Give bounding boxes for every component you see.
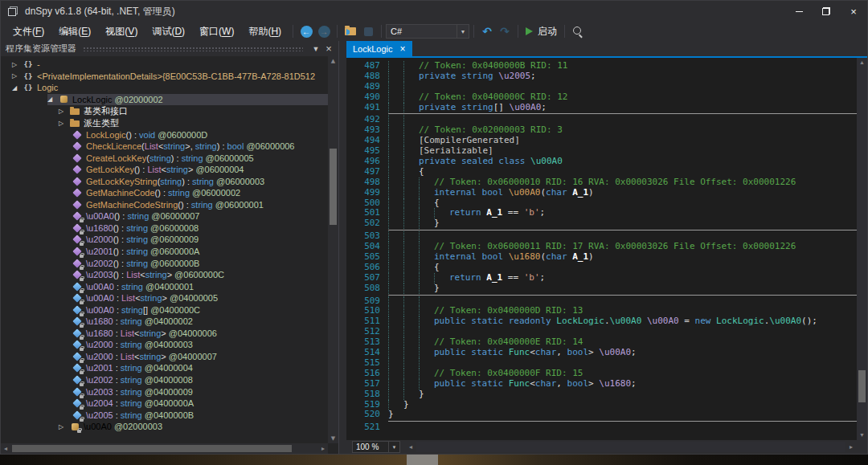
tree-item[interactable]: \u1680() : string @06000008 bbox=[1, 222, 328, 235]
zoom-level-control[interactable]: 100 % bbox=[352, 441, 389, 453]
code-line[interactable]: 488private string \u2005; bbox=[353, 71, 857, 82]
scroll-down-icon[interactable]: ▼ bbox=[857, 430, 867, 440]
panel-splitter[interactable] bbox=[339, 41, 346, 454]
scroll-right-icon[interactable]: ▸ bbox=[845, 443, 857, 451]
scroll-down-icon[interactable]: ▼ bbox=[328, 434, 338, 443]
tree-item[interactable]: ◢{}Logic bbox=[1, 82, 328, 94]
editor-vertical-scrollbar[interactable]: ▲ ▼ bbox=[857, 58, 867, 440]
code-line[interactable]: 501return A_1 == 'b'; bbox=[353, 208, 857, 218]
tree-item[interactable]: \u2000() : string @06000009 bbox=[1, 234, 328, 246]
expand-icon[interactable]: ▷ bbox=[59, 108, 69, 115]
restore-button[interactable] bbox=[813, 1, 840, 22]
code-line[interactable]: 506{ bbox=[353, 263, 857, 273]
code-line[interactable]: 515 bbox=[353, 358, 857, 369]
tree-item[interactable]: ▷{}- bbox=[1, 59, 328, 71]
collapse-icon[interactable]: ◢ bbox=[47, 96, 58, 103]
collapse-icon[interactable]: ◢ bbox=[12, 84, 23, 92]
code-line[interactable]: 491private string[] \u00A0; bbox=[353, 103, 857, 113]
scroll-right-icon[interactable]: ▸ bbox=[318, 445, 328, 452]
tree-item[interactable]: GetMachineCodeString() : string @0600000… bbox=[1, 199, 328, 211]
close-button[interactable]: × bbox=[840, 1, 867, 22]
tree-item[interactable]: \u2001() : string @0600000A bbox=[1, 246, 328, 258]
tree-item[interactable]: \u2001 : string @04000004 bbox=[1, 362, 328, 374]
code-line[interactable]: 509 bbox=[353, 296, 857, 307]
save-all-button[interactable] bbox=[359, 23, 377, 39]
code-line[interactable]: 505internal bool \u1680(char A_1) bbox=[353, 252, 857, 263]
tree-item[interactable]: CreateLockKey(string) : string @06000005 bbox=[1, 152, 328, 164]
code-line[interactable]: 519} bbox=[353, 400, 857, 410]
zoom-dropdown-icon[interactable]: ▼ bbox=[389, 441, 400, 453]
tree-item[interactable]: \u00A0() : string @06000007 bbox=[1, 210, 328, 222]
code-line[interactable]: 504// Token: 0x06000011 RID: 17 RVA: 0x0… bbox=[353, 242, 857, 252]
tree-item[interactable]: ▷基类和接口 bbox=[1, 105, 328, 117]
tree-item[interactable]: GetMachineCode() : string @06000002 bbox=[1, 187, 328, 199]
code-editor[interactable]: 487// Token: 0x0400000B RID: 11488privat… bbox=[346, 58, 867, 440]
tree-item[interactable]: GetLockKeyString(string) : string @06000… bbox=[1, 175, 328, 187]
menu-f[interactable]: 文件(F) bbox=[6, 22, 51, 41]
start-button[interactable]: 启动 bbox=[522, 25, 560, 39]
tree-item[interactable]: \u2002 : string @04000008 bbox=[1, 374, 328, 386]
search-button[interactable] bbox=[569, 23, 587, 39]
tree-item[interactable]: \u2000 : List<string> @04000007 bbox=[1, 351, 328, 363]
editor-horizontal-scrollbar[interactable] bbox=[416, 442, 845, 452]
tree-item[interactable]: LockLogic() : void @0600000D bbox=[1, 128, 328, 141]
menu-d[interactable]: 调试(D) bbox=[145, 22, 192, 41]
tree-item[interactable]: ▷派生类型 bbox=[1, 117, 328, 129]
code-line[interactable]: 520} bbox=[353, 410, 857, 420]
code-line[interactable]: 498// Token: 0x06000010 RID: 16 RVA: 0x0… bbox=[353, 177, 857, 188]
code-line[interactable]: 499internal bool \u00A0(char A_1) bbox=[353, 188, 857, 198]
tree-item[interactable]: \u2003() : List<string> @0600000C bbox=[1, 269, 328, 281]
navigate-forward-button[interactable]: → bbox=[315, 23, 333, 39]
redo-button[interactable]: ↷ bbox=[496, 23, 514, 39]
tree-item[interactable]: ▷\u00A0 @02000003 bbox=[1, 421, 328, 433]
tab-locklogic[interactable]: LockLogic × bbox=[346, 41, 412, 56]
scroll-up-icon[interactable]: ▲ bbox=[857, 58, 867, 67]
menu-w[interactable]: 窗口(W) bbox=[192, 22, 241, 41]
tab-close-icon[interactable]: × bbox=[400, 44, 406, 54]
menu-e[interactable]: 编辑(E) bbox=[51, 22, 98, 41]
tree-item[interactable]: \u00A0 : List<string> @04000005 bbox=[1, 292, 328, 304]
minimize-button[interactable] bbox=[785, 1, 813, 22]
code-line[interactable]: 508} bbox=[353, 283, 857, 294]
panel-close-button[interactable]: × bbox=[322, 43, 335, 55]
tree-horizontal-scrollbar[interactable]: ◂ ▸ bbox=[1, 443, 328, 454]
tree-vertical-scrollbar[interactable]: ▲ ▼ bbox=[328, 56, 338, 443]
code-line[interactable]: 518} bbox=[353, 390, 857, 400]
tree-item[interactable]: \u2005 : string @0400000B bbox=[1, 409, 328, 421]
tree-item[interactable]: \u1680 : string @04000002 bbox=[1, 316, 328, 328]
code-lines[interactable]: 487// Token: 0x0400000B RID: 11488privat… bbox=[346, 58, 857, 440]
code-line[interactable]: 507return A_1 == 'b'; bbox=[353, 273, 857, 283]
code-line[interactable]: 514public static Func<char, bool> \u00A0… bbox=[353, 348, 857, 358]
expand-icon[interactable]: ▷ bbox=[12, 61, 23, 68]
tree-item[interactable]: \u00A0 : string[] @0400000C bbox=[1, 304, 328, 316]
tree-item[interactable]: \u1680 : List<string> @04000006 bbox=[1, 328, 328, 340]
tree-item[interactable]: ◢LockLogic @02000002 bbox=[1, 94, 328, 106]
tree-scroll-thumb[interactable] bbox=[330, 149, 337, 225]
tree-item[interactable]: CheckLicence(List<string>, string) : boo… bbox=[1, 141, 328, 153]
code-line[interactable]: 496private sealed class \u00A0 bbox=[353, 157, 857, 167]
expand-icon[interactable]: ▷ bbox=[59, 423, 69, 430]
chevron-down-icon[interactable]: ▼ bbox=[457, 25, 469, 38]
menu-h[interactable]: 帮助(H) bbox=[241, 22, 289, 41]
editor-scroll-thumb[interactable] bbox=[858, 370, 866, 402]
language-selector[interactable]: C# ▼ bbox=[386, 24, 469, 39]
navigate-back-button[interactable]: ← bbox=[297, 23, 315, 39]
tree-hscroll-thumb[interactable] bbox=[12, 445, 292, 452]
panel-grip[interactable] bbox=[83, 46, 303, 51]
undo-button[interactable]: ↶ bbox=[478, 23, 496, 39]
code-line[interactable]: 512 bbox=[353, 327, 857, 337]
menu-v[interactable]: 视图(V) bbox=[98, 22, 145, 41]
code-line[interactable]: 502} bbox=[353, 218, 857, 229]
code-line[interactable]: 521 bbox=[353, 422, 857, 433]
scroll-up-icon[interactable]: ▲ bbox=[328, 56, 338, 66]
tree-item[interactable]: GetLockKey() : List<string> @06000004 bbox=[1, 164, 328, 176]
tree-item[interactable]: ▷{}<PrivateImplementationDetails>{8E00C5… bbox=[1, 71, 328, 83]
tree-item[interactable]: \u2000 : string @04000003 bbox=[1, 339, 328, 351]
code-line[interactable]: 511public static readonly LockLogic.\u00… bbox=[353, 316, 857, 327]
tree-item[interactable]: \u2003 : string @04000009 bbox=[1, 385, 328, 398]
expand-icon[interactable]: ▷ bbox=[59, 120, 69, 127]
panel-menu-button[interactable]: ▼ bbox=[309, 45, 322, 53]
tree-item[interactable]: \u00A0 : string @04000001 bbox=[1, 280, 328, 292]
code-line[interactable]: 517public static Func<char, bool> \u1680… bbox=[353, 379, 857, 390]
expand-icon[interactable]: ▷ bbox=[12, 72, 23, 80]
